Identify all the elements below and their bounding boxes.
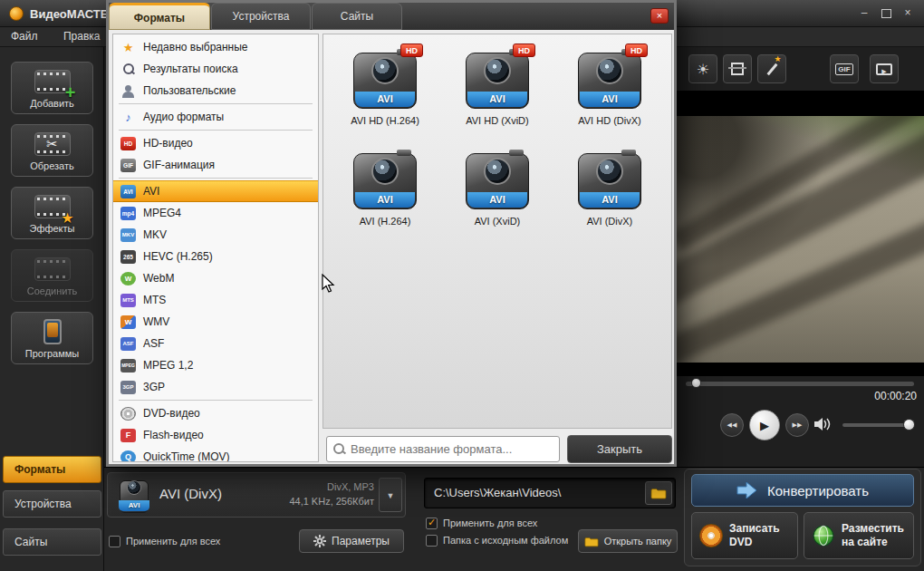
dialog-close-icon[interactable]: × bbox=[650, 8, 669, 24]
category-label: DVD-видео bbox=[143, 407, 200, 420]
category-3gp[interactable]: 3GP3GP bbox=[113, 376, 318, 398]
effects-tool-button[interactable] bbox=[757, 54, 786, 83]
close-button[interactable]: × bbox=[900, 7, 915, 20]
category-label: QuickTime (MOV) bbox=[143, 450, 230, 462]
menu-edit[interactable]: Правка bbox=[53, 27, 111, 45]
preset-avi-hd-divx[interactable]: AVI HD AVI HD (DivX) bbox=[553, 49, 666, 126]
category-hevc[interactable]: 265HEVC (H.265) bbox=[113, 246, 318, 267]
convert-button[interactable]: Конвертировать bbox=[691, 474, 914, 507]
camera-viewfinder bbox=[509, 150, 524, 156]
join-button[interactable]: Соединить bbox=[11, 249, 93, 302]
parameters-button[interactable]: Параметры bbox=[299, 529, 404, 553]
category-flash[interactable]: FFlash-видео bbox=[113, 424, 318, 446]
category-mpeg12[interactable]: MPEGMPEG 1,2 bbox=[113, 354, 318, 376]
crop-button[interactable] bbox=[723, 54, 752, 83]
output-path-field[interactable]: C:\Users\Жекан\Videos\ bbox=[424, 478, 676, 508]
avi-band: AVI bbox=[580, 192, 640, 208]
format-dropdown-button[interactable]: ▼ bbox=[379, 478, 402, 512]
camera-viewfinder bbox=[397, 150, 411, 156]
add-button[interactable]: + Добавить bbox=[11, 62, 93, 114]
sidebar-tab-formats[interactable]: Форматы bbox=[3, 456, 101, 483]
dialog-tab-devices[interactable]: Устройства bbox=[211, 3, 311, 30]
dialog-tab-sites[interactable]: Сайты bbox=[312, 3, 402, 30]
category-mts[interactable]: MTSMTS bbox=[113, 289, 318, 311]
sidebar-tab-devices[interactable]: Устройства bbox=[3, 490, 101, 518]
quicktime-icon: Q bbox=[120, 450, 136, 463]
brightness-button[interactable]: ☀ bbox=[688, 54, 717, 83]
category-wmv[interactable]: WWMV bbox=[113, 311, 318, 333]
avi-band: AVI bbox=[467, 92, 527, 107]
category-custom[interactable]: Пользовательские bbox=[113, 80, 318, 102]
category-asf[interactable]: ASFASF bbox=[113, 333, 318, 354]
gif-icon: GIF bbox=[835, 63, 852, 75]
apply-all-checkbox[interactable] bbox=[109, 536, 120, 547]
programs-button[interactable]: Программы bbox=[11, 312, 93, 364]
preset-avi-h264[interactable]: AVI AVI (H.264) bbox=[329, 150, 441, 227]
volume-button[interactable] bbox=[813, 417, 833, 435]
preset-avi-divx[interactable]: AVI AVI (DivX) bbox=[553, 150, 666, 227]
browse-folder-button[interactable] bbox=[645, 481, 672, 505]
dialog-close-button[interactable]: Закрыть bbox=[567, 435, 672, 463]
film-clip-icon: + bbox=[34, 70, 71, 93]
format-search-input[interactable] bbox=[351, 438, 554, 460]
previous-button[interactable]: ◀◀ bbox=[720, 413, 744, 437]
publish-line1: Разместить bbox=[842, 522, 904, 535]
category-search-results[interactable]: Результаты поиска bbox=[113, 58, 318, 80]
maximize-button[interactable] bbox=[879, 7, 893, 20]
open-folder-button[interactable]: Открыть папку bbox=[578, 529, 678, 553]
play-button[interactable]: ▶ bbox=[749, 410, 780, 440]
camera-lens bbox=[596, 158, 623, 185]
webm-icon: W bbox=[120, 272, 136, 286]
add-button-label: Добавить bbox=[12, 98, 92, 109]
sidebar-tab-sites[interactable]: Сайты bbox=[3, 528, 101, 556]
app-title: ВидеоМАСТЕР bbox=[30, 7, 116, 21]
programs-button-label: Программы bbox=[12, 348, 92, 359]
preset-avi-hd-h264[interactable]: AVI HD AVI HD (H.264) bbox=[329, 49, 441, 126]
timeline-slider[interactable] bbox=[686, 382, 914, 386]
hd-badge: HD bbox=[513, 44, 535, 57]
format-search-box bbox=[326, 436, 560, 462]
category-gif[interactable]: GIFGIF-анимация bbox=[113, 154, 318, 176]
next-button[interactable]: ▶▶ bbox=[785, 413, 809, 437]
burn-dvd-button[interactable]: ЗаписатьDVD bbox=[691, 512, 798, 559]
category-dvd[interactable]: DVD-видео bbox=[113, 402, 318, 424]
timeline-knob[interactable] bbox=[691, 378, 701, 388]
avi-icon: AVI bbox=[120, 185, 136, 198]
preset-label: AVI (DivX) bbox=[553, 216, 666, 227]
category-avi[interactable]: AVIAVI bbox=[113, 180, 318, 202]
category-quicktime[interactable]: QQuickTime (MOV) bbox=[113, 446, 318, 462]
category-webm[interactable]: WWebM bbox=[113, 267, 318, 289]
speaker-icon bbox=[813, 417, 833, 431]
category-label: ASF bbox=[143, 337, 164, 350]
mpeg-icon: MPEG bbox=[120, 359, 136, 373]
menu-file[interactable]: Файл bbox=[0, 27, 49, 45]
source-folder-checkbox[interactable] bbox=[426, 535, 438, 547]
publish-button[interactable]: Разместитьна сайте bbox=[804, 512, 914, 559]
user-icon bbox=[120, 84, 136, 98]
category-label: WMV bbox=[143, 315, 169, 328]
search-icon bbox=[332, 442, 345, 455]
category-label: MPEG 1,2 bbox=[143, 359, 193, 372]
category-mkv[interactable]: MKVMKV bbox=[113, 224, 318, 246]
category-recent[interactable]: ★Недавно выбранные bbox=[113, 36, 318, 58]
preset-label: AVI HD (H.264) bbox=[329, 115, 441, 126]
output-apply-all-checkbox[interactable] bbox=[426, 518, 438, 529]
preview-button[interactable]: ▶ bbox=[870, 54, 899, 83]
hd-badge-icon: HD bbox=[120, 137, 136, 150]
category-label: AVI bbox=[143, 185, 159, 198]
volume-knob[interactable] bbox=[903, 419, 915, 431]
app-window: ВидеоМАСТЕР – × Файл Правка + Добавить ✂… bbox=[0, 0, 924, 571]
category-mpeg4[interactable]: mp4MPEG4 bbox=[113, 202, 318, 224]
camera-viewfinder bbox=[621, 150, 636, 156]
category-label: GIF-анимация bbox=[143, 159, 215, 171]
preset-avi-hd-xvid[interactable]: AVI HD AVI HD (XviD) bbox=[441, 49, 553, 126]
preset-avi-xvid[interactable]: AVI AVI (XviD) bbox=[441, 150, 553, 227]
gif-button[interactable]: GIF bbox=[830, 54, 859, 83]
source-folder-label: Папка с исходным файлом bbox=[443, 535, 568, 546]
category-hd-video[interactable]: HDHD-видео bbox=[113, 132, 318, 154]
dialog-tab-formats[interactable]: Форматы bbox=[109, 3, 210, 30]
category-audio[interactable]: ♪Аудио форматы bbox=[113, 106, 318, 128]
trim-button[interactable]: ✂ Обрезать bbox=[11, 124, 93, 177]
minimize-button[interactable]: – bbox=[857, 7, 871, 20]
effects-button[interactable]: ★ Эффекты bbox=[11, 187, 93, 239]
